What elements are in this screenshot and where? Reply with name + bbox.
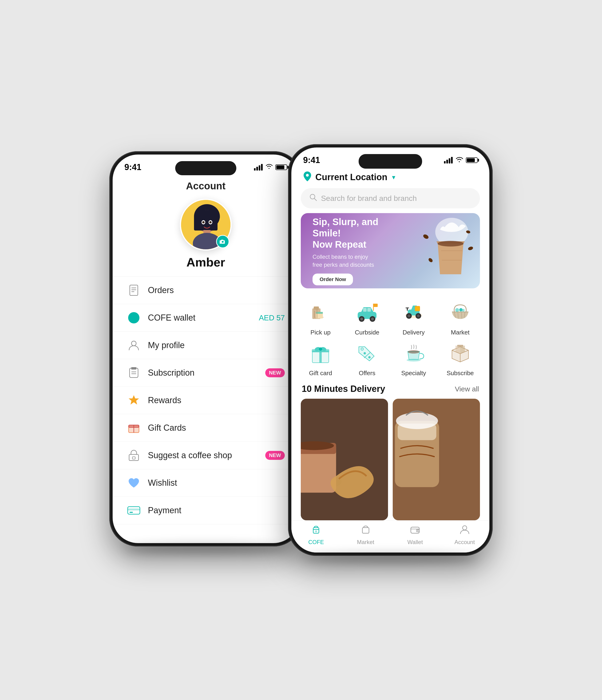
category-offers[interactable]: Offers: [345, 339, 389, 377]
nav-cofe[interactable]: COFE: [291, 524, 341, 546]
account-phone: 9:41: [109, 151, 302, 546]
user-name: Amber: [112, 255, 299, 269]
menu-item-wallet[interactable]: COFE wallet AED 57: [112, 304, 299, 331]
home-phone: 9:41: [288, 144, 493, 556]
wifi-icon-left: [266, 164, 273, 171]
svg-rect-27: [129, 454, 139, 460]
svg-rect-18: [131, 367, 136, 370]
wallet-nav-icon: [410, 524, 420, 537]
svg-line-34: [315, 199, 317, 201]
search-input[interactable]: Search for brand and branch: [321, 194, 417, 203]
offers-label: Offers: [359, 370, 375, 377]
avatar-section: [112, 199, 299, 250]
nav-wallet[interactable]: Wallet: [391, 524, 440, 546]
menu-item-subscription[interactable]: Subscription NEW: [112, 359, 299, 386]
view-all-button[interactable]: View all: [455, 385, 479, 393]
location-text: Current Location: [315, 172, 387, 182]
curbside-label: Curbside: [355, 329, 379, 336]
banner-text-area: Sip, Slurp, and Smile!Now Repeat Collect…: [301, 213, 414, 289]
nav-market[interactable]: Market: [341, 524, 391, 546]
delivery-section-title: 10 Minutes Delivery: [302, 384, 385, 394]
market-label: Market: [451, 329, 469, 336]
subscribe-icon: [446, 339, 474, 367]
delivery-section-header: 10 Minutes Delivery View all: [291, 381, 490, 399]
orders-label: Orders: [148, 285, 285, 295]
home-screen: 9:41: [291, 148, 490, 552]
category-market[interactable]: Market: [438, 298, 482, 336]
rewards-label: Rewards: [148, 395, 285, 405]
subscription-icon: [127, 366, 141, 380]
dynamic-island-right: [359, 154, 422, 169]
delivery-icon: [400, 298, 428, 326]
menu-item-rewards[interactable]: Rewards: [112, 386, 299, 414]
delivery-card-1[interactable]: [301, 399, 388, 520]
delivery-cards: [291, 399, 490, 520]
specialty-label: Specialty: [401, 370, 426, 377]
battery-icon-left: [275, 165, 287, 170]
category-subscribe[interactable]: Subscribe: [438, 339, 482, 377]
specialty-icon: [400, 339, 428, 367]
category-specialty[interactable]: Specialty: [392, 339, 436, 377]
pickup-icon: [306, 298, 335, 326]
svg-point-56: [371, 318, 374, 320]
bottom-navigation: COFE Market: [291, 520, 490, 552]
location-pin-icon: [303, 171, 311, 183]
market-nav-label: Market: [357, 539, 374, 546]
svg-point-40: [468, 246, 473, 251]
svg-point-64: [407, 315, 410, 317]
wallet-label: COFE wallet: [148, 313, 252, 323]
delivery-card-2[interactable]: [393, 399, 480, 520]
svg-rect-30: [128, 508, 140, 510]
camera-badge[interactable]: [216, 235, 229, 248]
category-delivery[interactable]: Delivery: [392, 298, 436, 336]
svg-marker-21: [129, 395, 139, 405]
category-curbside[interactable]: Curbside: [345, 298, 389, 336]
search-bar[interactable]: Search for brand and branch: [301, 188, 480, 208]
account-nav-label: Account: [454, 539, 475, 546]
menu-item-orders[interactable]: Orders: [112, 276, 299, 304]
market-icon: [446, 298, 474, 326]
location-chevron-icon: ▾: [392, 173, 395, 181]
menu-item-profile[interactable]: My profile: [112, 331, 299, 359]
svg-point-103: [462, 526, 467, 530]
svg-rect-28: [132, 457, 135, 459]
suggest-new-badge: NEW: [265, 451, 285, 460]
subscription-label: Subscription: [148, 368, 258, 378]
location-bar[interactable]: Current Location ▾: [291, 169, 490, 186]
categories-grid: Pick up: [291, 295, 490, 381]
pickup-label: Pick up: [310, 329, 330, 336]
banner-subtitle: Collect beans to enjoyfree perks and dis…: [312, 253, 402, 269]
svg-rect-51: [363, 308, 367, 312]
wallet-amount: AED 57: [259, 314, 285, 322]
nav-account[interactable]: Account: [440, 524, 490, 546]
account-nav-icon: [459, 524, 470, 537]
svg-rect-62: [415, 306, 420, 311]
svg-point-41: [428, 257, 433, 263]
menu-item-giftcards[interactable]: Gift Cards: [112, 414, 299, 442]
cofe-nav-icon: [311, 524, 321, 537]
svg-point-33: [310, 194, 315, 199]
svg-point-69: [455, 308, 459, 312]
profile-icon: [127, 338, 141, 352]
giftcards-icon: [127, 421, 141, 435]
status-time-left: 9:41: [124, 162, 141, 172]
giftcards-label: Gift Cards: [148, 423, 285, 433]
menu-item-suggest[interactable]: Suggest a coffee shop NEW: [112, 442, 299, 469]
status-time-right: 9:41: [303, 155, 320, 165]
search-icon: [309, 193, 317, 203]
menu-item-wishlist[interactable]: Wishlist: [112, 469, 299, 497]
wishlist-label: Wishlist: [148, 478, 285, 488]
signal-icon-right: [444, 157, 453, 164]
status-icons-left: [254, 164, 287, 171]
promo-banner[interactable]: Sip, Slurp, and Smile!Now Repeat Collect…: [301, 213, 480, 289]
payment-icon: [127, 503, 141, 518]
signal-icon-left: [254, 164, 263, 171]
banner-order-button[interactable]: Order Now: [312, 274, 353, 285]
svg-point-98: [315, 530, 317, 532]
menu-item-payment[interactable]: Payment: [112, 497, 299, 524]
banner-title: Sip, Slurp, and Smile!Now Repeat: [312, 216, 402, 250]
svg-point-84: [407, 359, 421, 361]
svg-point-71: [462, 309, 465, 312]
category-pickup[interactable]: Pick up: [298, 298, 343, 336]
category-giftcard[interactable]: Gift card: [298, 339, 343, 377]
